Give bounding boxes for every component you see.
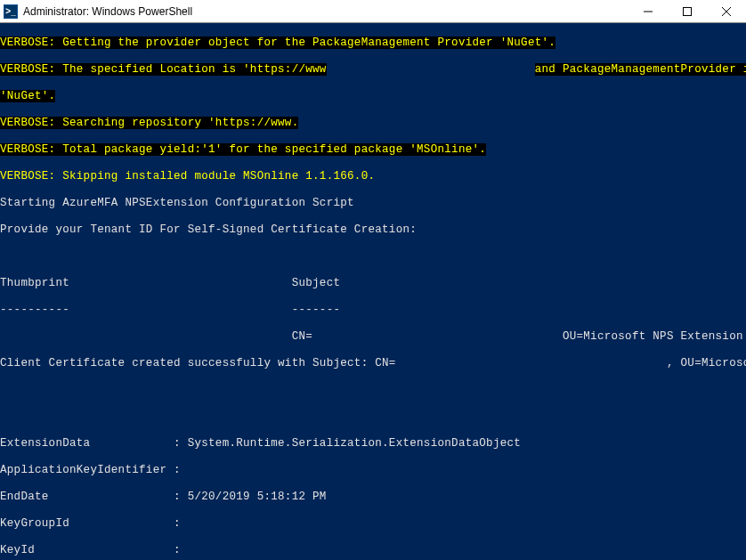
minimize-icon xyxy=(644,7,653,16)
maximize-button[interactable] xyxy=(668,0,707,22)
kv-line: ExtensionData : System.Runtime.Serializa… xyxy=(0,437,746,450)
titlebar-left: >_ Administrator: Windows PowerShell xyxy=(4,4,192,19)
table-row: CN= OU=Microsoft NPS Extension xyxy=(0,330,746,344)
svg-rect-1 xyxy=(684,7,692,15)
window-controls xyxy=(628,0,746,22)
minimize-button[interactable] xyxy=(628,0,668,22)
kv-line: KeyId : xyxy=(0,544,746,557)
terminal-output[interactable]: VERBOSE: Getting the provider object for… xyxy=(0,23,746,560)
kv-line: KeyGroupId : xyxy=(0,517,746,531)
window-titlebar: >_ Administrator: Windows PowerShell xyxy=(0,0,746,23)
table-header: Thumbprint Subject xyxy=(0,277,746,290)
verbose-line: and PackageManagementProvider is xyxy=(535,63,746,76)
window-title: Administrator: Windows PowerShell xyxy=(23,5,192,18)
output-line: Client Certificate created successfully … xyxy=(0,357,396,369)
maximize-icon xyxy=(683,7,692,16)
verbose-line: VERBOSE: Getting the provider object for… xyxy=(0,37,555,49)
verbose-line: VERBOSE: Searching repository 'https://w… xyxy=(0,117,298,129)
verbose-line: VERBOSE: Total package yield:'1' for the… xyxy=(0,143,486,156)
output-line: Provide your Tenant ID For Self-Signed C… xyxy=(0,223,746,237)
powershell-icon: >_ xyxy=(4,4,18,19)
kv-line: EndDate : 5/20/2019 5:18:12 PM xyxy=(0,491,746,504)
verbose-line: 'NuGet'. xyxy=(0,90,55,102)
close-icon xyxy=(722,7,731,16)
close-button[interactable] xyxy=(707,0,746,22)
output-line: , OU=Microsoft NPS Extensio xyxy=(667,357,746,369)
table-divider: ---------- ------- xyxy=(0,304,746,317)
output-line: Starting AzureMFA NPSExtension Configura… xyxy=(0,197,746,210)
kv-line: ApplicationKeyIdentifier : xyxy=(0,464,746,477)
verbose-line: VERBOSE: The specified Location is 'http… xyxy=(0,63,327,76)
verbose-line: VERBOSE: Skipping installed module MSOnl… xyxy=(0,170,375,183)
